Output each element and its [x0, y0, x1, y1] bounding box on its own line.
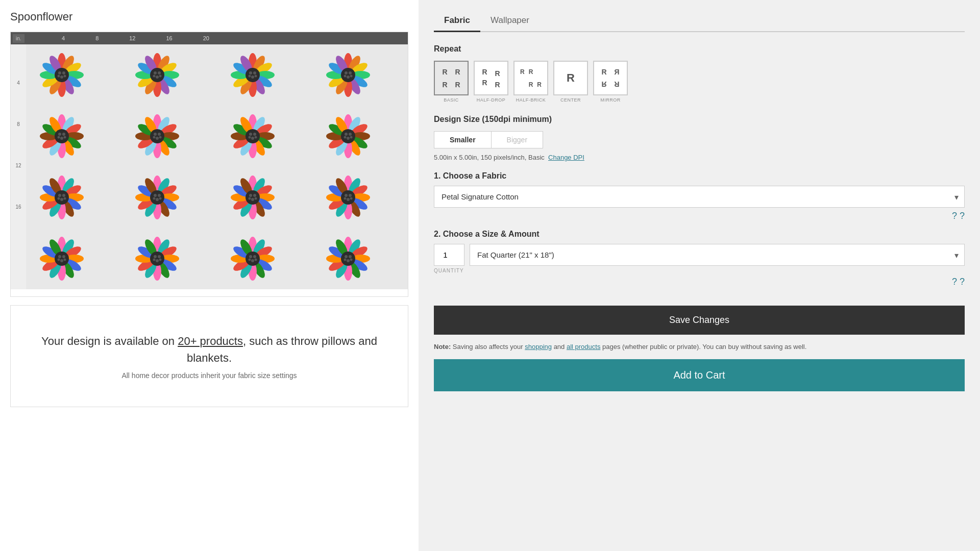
promo-sub-text: All home decor products inherit your fab…: [121, 371, 297, 380]
fabric-cell: [26, 44, 97, 106]
svg-point-138: [341, 129, 355, 143]
svg-point-158: [62, 194, 65, 197]
size-dropdown-wrapper: Fat Quarter (21" x 18")1 Yard2 Yards3 Ya…: [470, 244, 965, 266]
svg-point-15: [60, 76, 63, 79]
svg-point-69: [347, 76, 350, 79]
help-icon-1[interactable]: ?: [952, 211, 957, 221]
svg-point-66: [341, 68, 355, 82]
ruler-top-numbers: 4 8 12 16 20: [31, 35, 209, 41]
svg-point-139: [345, 133, 348, 136]
bigger-button[interactable]: Bigger: [491, 131, 543, 148]
svg-point-215: [350, 197, 353, 200]
svg-point-68: [349, 71, 352, 74]
svg-point-121: [249, 133, 252, 136]
size-dropdown[interactable]: Fat Quarter (21" x 18")1 Yard2 Yards3 Ya…: [470, 244, 965, 266]
svg-point-250: [153, 259, 156, 261]
svg-point-159: [60, 198, 63, 201]
svg-point-249: [156, 259, 159, 262]
svg-point-125: [255, 136, 257, 139]
fabric-cell: [26, 106, 97, 167]
svg-point-248: [158, 255, 161, 258]
repeat-title: Repeat: [434, 44, 965, 54]
svg-point-104: [158, 133, 161, 136]
size-help-icon-2[interactable]: ?: [960, 277, 965, 287]
svg-point-107: [159, 136, 162, 139]
repeat-box-half-drop: R R R R: [474, 61, 508, 95]
choose-fabric-title: 1. Choose a Fabric: [434, 171, 965, 181]
products-link[interactable]: 20+ products: [178, 335, 243, 347]
smaller-button[interactable]: Smaller: [434, 131, 491, 148]
size-help-icons: ? ?: [434, 277, 965, 287]
ruler-left: 4 8 12 16: [11, 44, 26, 289]
svg-point-32: [158, 71, 161, 74]
svg-point-251: [159, 259, 162, 261]
svg-point-282: [341, 252, 355, 266]
svg-point-85: [58, 133, 61, 136]
fabric-dropdown[interactable]: Petal Signature CottonKona CottonLinen C…: [434, 186, 965, 208]
repeat-label-half-brick: HALF-BRICK: [516, 97, 546, 103]
svg-point-157: [58, 194, 61, 197]
fabric-grid: [26, 44, 408, 289]
svg-point-122: [253, 133, 256, 136]
svg-point-195: [251, 198, 254, 201]
fabric-cell: [26, 167, 97, 228]
fabric-cell: [312, 106, 384, 167]
svg-point-142: [344, 136, 347, 139]
promo-section: Your design is available on 20+ products…: [10, 305, 408, 407]
tab-wallpaper[interactable]: Wallpaper: [480, 10, 540, 32]
svg-point-34: [153, 75, 156, 78]
svg-point-161: [64, 197, 66, 200]
fabric-cell: [121, 106, 193, 167]
qty-size-row: Fat Quarter (21" x 18")1 Yard2 Yards3 Ya…: [434, 244, 965, 266]
svg-point-12: [55, 68, 69, 82]
quantity-label: QUANTITY: [434, 268, 965, 273]
fabric-cell: [217, 44, 288, 106]
svg-point-269: [255, 259, 257, 261]
svg-point-30: [150, 68, 164, 82]
fabric-cell: [121, 44, 193, 106]
svg-point-264: [246, 252, 260, 266]
svg-point-194: [253, 194, 256, 197]
svg-point-17: [64, 75, 66, 78]
size-help-icon-1[interactable]: ?: [952, 277, 957, 287]
repeat-option-half-brick[interactable]: R R R R HALF-BRICK: [513, 61, 548, 103]
brand-name: Spoonflower: [10, 10, 408, 23]
svg-point-233: [64, 259, 66, 261]
change-dpi-link[interactable]: Change DPI: [548, 154, 584, 161]
svg-point-211: [345, 194, 348, 197]
add-to-cart-button[interactable]: Add to Cart: [434, 359, 965, 391]
size-buttons: Smaller Bigger: [434, 131, 965, 148]
repeat-option-center[interactable]: R CENTER: [553, 61, 588, 103]
shopping-link[interactable]: shopping: [525, 343, 552, 350]
help-icon-2[interactable]: ?: [960, 211, 965, 221]
repeat-option-half-drop[interactable]: R R R R HALF-DROP: [474, 61, 508, 103]
repeat-option-mirror[interactable]: R R R R MIRROR: [593, 61, 628, 103]
svg-point-179: [159, 197, 162, 200]
repeat-section: Repeat RRRR BASIC R R R R HALF-DROP: [434, 44, 965, 103]
svg-point-105: [156, 137, 159, 140]
note-text: Note: Saving also affects your shopping …: [434, 342, 965, 352]
svg-point-284: [349, 255, 352, 258]
all-products-link[interactable]: all products: [567, 343, 600, 350]
repeat-option-basic[interactable]: RRRR BASIC: [434, 61, 469, 103]
tab-fabric[interactable]: Fabric: [434, 10, 480, 32]
fabric-cell: [26, 228, 97, 289]
promo-main-text: Your design is available on 20+ products…: [21, 333, 398, 366]
svg-point-287: [350, 259, 353, 261]
choose-fabric-section: 1. Choose a Fabric Petal Signature Cotto…: [434, 171, 965, 221]
svg-point-124: [249, 136, 251, 139]
svg-point-71: [350, 75, 353, 78]
repeat-box-half-brick: R R R R: [513, 61, 548, 95]
quantity-input[interactable]: [434, 244, 464, 266]
svg-point-141: [347, 137, 350, 140]
save-changes-button[interactable]: Save Changes: [434, 306, 965, 335]
repeat-label-basic: BASIC: [444, 97, 459, 103]
svg-point-231: [60, 259, 63, 262]
svg-point-48: [246, 68, 260, 82]
ruler-unit-label: in.: [13, 34, 24, 43]
svg-point-267: [251, 259, 254, 262]
svg-point-140: [349, 133, 352, 136]
size-info: 5.00in x 5.00in, 150 pixels/inch, Basic …: [434, 154, 965, 161]
design-size-title: Design Size (150dpi minimum): [434, 115, 965, 124]
svg-point-106: [153, 136, 156, 139]
